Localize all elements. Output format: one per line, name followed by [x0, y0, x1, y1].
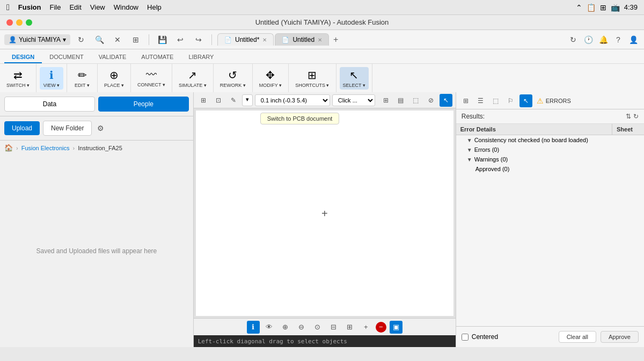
close-button[interactable]	[6, 19, 13, 26]
error-item-errors[interactable]: ▼ Errors (0)	[456, 145, 644, 154]
select-mode-button[interactable]: ▣	[390, 321, 402, 334]
rp-tool-2[interactable]: ☰	[474, 94, 487, 107]
undo-button[interactable]: ↩	[173, 32, 188, 47]
tool-group-select: ↖ SELECT	[336, 64, 372, 92]
ribbon-tab-validate[interactable]: VALIDATE	[91, 51, 134, 63]
zoom-fit-button[interactable]: ⊙	[311, 321, 324, 334]
canvas-dropdown-1[interactable]: ▾	[242, 94, 253, 106]
error-table-header: Error Details Sheet	[456, 124, 644, 135]
menu-window[interactable]: Window	[114, 3, 138, 11]
click-dropdown[interactable]: Click ...	[332, 94, 375, 106]
zoom-in-button[interactable]: ⊕	[279, 321, 292, 334]
menu-edit[interactable]: Edit	[69, 3, 81, 11]
centered-checkbox-label[interactable]: Centered	[462, 333, 498, 341]
rp-tool-select[interactable]: ↖	[519, 94, 532, 107]
error-item-warnings[interactable]: ▼ Warnings (0)	[456, 154, 644, 164]
tool-shortcuts[interactable]: ⊞ SHORTCUTS	[292, 67, 332, 90]
eye-button[interactable]: 👁	[263, 321, 276, 334]
minimize-button[interactable]	[16, 19, 23, 26]
tool-group-place: ⊕ PLACE	[98, 64, 131, 92]
grid-toggle-button[interactable]: ⊞	[343, 321, 356, 334]
switch-label: SWITCH	[6, 83, 30, 88]
sync-button[interactable]: ↻	[567, 33, 580, 46]
search-button[interactable]: 🔍	[92, 32, 107, 47]
tool-simulate[interactable]: ↗ SIMULATE	[175, 67, 210, 90]
profile-button[interactable]: 👤	[627, 33, 640, 46]
canvas-grid-btn[interactable]: ⊞	[379, 94, 392, 107]
error-item-approved[interactable]: Approved (0)	[456, 164, 644, 174]
ribbon-tab-library[interactable]: LIBRARY	[181, 51, 221, 63]
remove-button[interactable]: −	[376, 322, 386, 333]
data-tab-button[interactable]: Data	[4, 97, 95, 112]
rp-tool-1[interactable]: ⊞	[459, 94, 472, 107]
canvas-annotate-btn[interactable]: ⊘	[425, 94, 437, 107]
tool-select[interactable]: ↖ SELECT	[340, 67, 369, 90]
close-panel-button[interactable]: ✕	[110, 32, 125, 47]
menu-bar:  Fusion File Edit View Window Help ⌃ 📋 …	[0, 0, 644, 15]
canvas-panel-btn[interactable]: ▤	[394, 94, 407, 107]
grid-button[interactable]: ⊞	[128, 32, 143, 47]
redo-button[interactable]: ↪	[191, 32, 206, 47]
canvas-draw-tool[interactable]: ✎	[227, 94, 240, 107]
ribbon-tab-design[interactable]: DESIGN	[4, 51, 42, 63]
new-folder-button[interactable]: New Folder	[43, 121, 92, 136]
tool-connect[interactable]: 〰 CONNECT	[134, 67, 169, 89]
title-bar: Untitled (Yuichi TAMIYA) - Autodesk Fusi…	[0, 15, 644, 30]
help-button[interactable]: ?	[612, 33, 625, 46]
simulate-label: SIMULATE	[179, 83, 207, 88]
menu-fusion[interactable]: Fusion	[18, 3, 41, 11]
error-item-consistency[interactable]: ▼ Consistency not checked (no board load…	[456, 135, 644, 145]
tool-edit[interactable]: ✏ EDIT	[70, 67, 94, 90]
canvas-select-active-btn[interactable]: ↖	[440, 94, 452, 107]
breadcrumb-sep-1: ›	[16, 145, 18, 151]
tab-untitled-active[interactable]: 📄 Untitled* ✕	[217, 33, 274, 46]
add-tab-button[interactable]: +	[330, 33, 341, 46]
canvas-main[interactable]: Switch to PCB document +	[196, 110, 453, 316]
bell-button[interactable]: 🔔	[597, 33, 610, 46]
tool-switch[interactable]: ⇄ SWITCH	[3, 67, 33, 90]
tab-close-1[interactable]: ✕	[262, 37, 267, 43]
people-tab-button[interactable]: People	[98, 97, 189, 112]
tool-place[interactable]: ⊕ PLACE	[101, 67, 127, 90]
breadcrumb-fusion-electronics[interactable]: Fusion Electronics	[21, 145, 70, 151]
home-icon[interactable]: 🏠	[4, 144, 13, 152]
user-button[interactable]: 👤 Yuichi TAMIYA ▾	[4, 34, 70, 45]
results-filter-btn[interactable]: ⇅	[626, 113, 631, 120]
clear-all-button[interactable]: Clear all	[559, 331, 596, 343]
error-label-4: Approved (0)	[475, 166, 510, 172]
approve-button[interactable]: Approve	[601, 331, 639, 343]
menu-view[interactable]: View	[90, 3, 105, 11]
measure-dropdown[interactable]: 0.1 inch (-0.3 5.4)	[255, 94, 330, 106]
tab-untitled-2[interactable]: 📄 Untitled ✕	[275, 33, 329, 46]
tab-close-2[interactable]: ✕	[318, 37, 322, 43]
menu-help[interactable]: Help	[147, 3, 162, 11]
tool-rework[interactable]: ↺ REWORK	[217, 67, 249, 90]
tool-group-rework: ↺ REWORK	[214, 64, 253, 92]
zoom-out-button[interactable]: ⊖	[295, 321, 308, 334]
add-object-button[interactable]: +	[360, 321, 372, 334]
upload-button[interactable]: Upload	[4, 121, 40, 135]
rp-tool-4[interactable]: ⚐	[504, 94, 517, 107]
info-button[interactable]: ℹ	[247, 321, 260, 334]
ribbon-tab-document[interactable]: DOCUMENT	[42, 51, 91, 63]
save-button[interactable]: 💾	[155, 32, 170, 47]
canvas-tool-2[interactable]: ⊡	[212, 94, 225, 107]
ribbon-wrapper: DESIGN DOCUMENT VALIDATE AUTOMATE LIBRAR…	[0, 49, 644, 92]
maximize-button[interactable]	[26, 19, 32, 26]
rp-tool-3[interactable]: ⬚	[489, 94, 502, 107]
settings-button[interactable]: ⚙	[95, 122, 106, 135]
centered-checkbox[interactable]	[462, 334, 469, 341]
apple-menu[interactable]: 	[6, 3, 10, 12]
clock-button[interactable]: 🕐	[582, 33, 595, 46]
ribbon-tab-automate[interactable]: AUTOMATE	[134, 51, 181, 63]
zoom-actual-button[interactable]: ⊟	[327, 321, 340, 334]
refresh-button[interactable]: ↻	[74, 32, 89, 47]
results-refresh-btn[interactable]: ↻	[633, 113, 639, 120]
menu-file[interactable]: File	[49, 3, 61, 11]
canvas-layers-btn[interactable]: ⬚	[409, 94, 422, 107]
tool-view[interactable]: ℹ VIEW	[40, 67, 63, 90]
canvas-tool-1[interactable]: ⊞	[197, 94, 210, 107]
panel-empty-content: Saved and Uploaded files will appear her…	[0, 155, 193, 347]
rework-label: REWORK	[220, 83, 246, 88]
tool-modify[interactable]: ✥ MODIFY	[256, 67, 285, 90]
